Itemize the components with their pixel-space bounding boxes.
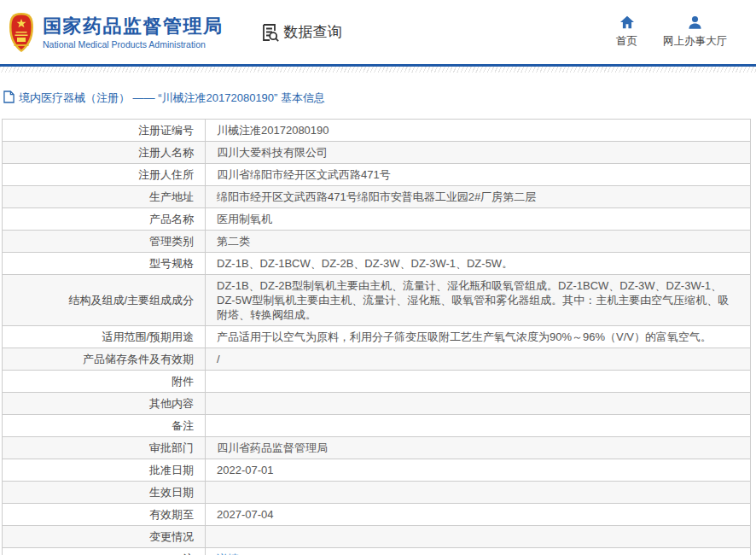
row-value: / (206, 348, 751, 371)
site-header: 国家药品监督管理局 National Medical Products Admi… (0, 0, 756, 64)
row-label-text: 附件 (172, 375, 194, 388)
row-label: 注册证编号 (3, 120, 206, 142)
row-label: 备注 (3, 415, 206, 437)
breadcrumb-text: 境内医疗器械（注册） —— “川械注准20172080190” 基本信息 (19, 91, 325, 106)
row-value: 医用制氧机 (206, 208, 751, 231)
row-label: 产品储存条件及有效期 (3, 348, 206, 371)
table-row: 生效日期 (3, 482, 751, 504)
document-icon (3, 91, 15, 106)
breadcrumb: 境内医疗器械（注册） —— “川械注准20172080190” 基本信息 (0, 73, 756, 119)
row-label-text: 注册人住所 (138, 168, 194, 181)
nav-home-label: 首页 (616, 34, 637, 49)
nav-online-hall[interactable]: 网上办事大厅 (663, 15, 727, 49)
table-row: 注册人住所四川省绵阳市经开区文武西路471号 (3, 164, 751, 186)
table-row: 批准日期2022-07-01 (3, 459, 751, 482)
row-label-text: 审批部门 (149, 441, 194, 454)
agency-name-cn: 国家药品监督管理局 (43, 15, 224, 38)
row-label: 结构及组成/主要组成成分 (3, 275, 206, 326)
data-query-label: 数据查询 (284, 22, 342, 42)
table-row: 附件 (3, 371, 751, 393)
row-label-text: 有效期至 (149, 508, 194, 521)
row-label-text: 适用范围/预期用途 (102, 330, 194, 343)
row-label-text: 型号规格 (149, 257, 194, 270)
table-row: 产品名称医用制氧机 (3, 208, 751, 231)
row-label: 批准日期 (3, 459, 206, 482)
row-value (206, 482, 751, 504)
row-value: 川械注准20172080190 (206, 120, 751, 142)
table-row: 产品储存条件及有效期/ (3, 348, 751, 371)
row-value: 绵阳市经开区文武西路471号绵阳市安普电器工业园2#厂房第二层 (206, 186, 751, 208)
row-value: 四川大爱科技有限公司 (206, 142, 751, 164)
row-label-text: 批准日期 (149, 464, 194, 476)
data-query-section: 数据查询 (259, 22, 342, 43)
table-row: 管理类别第二类 (3, 231, 751, 253)
header-nav: 首页 网上办事大厅 (616, 15, 739, 49)
home-icon (619, 15, 635, 32)
row-label-text: 其他内容 (149, 397, 194, 410)
data-query-icon (259, 22, 280, 43)
row-value (206, 393, 751, 415)
table-row: 有效期至2027-07-04 (3, 504, 751, 526)
row-label-text: 生产地址 (149, 190, 194, 203)
row-label-text: 产品名称 (149, 213, 194, 225)
row-label-text: 结构及组成/主要组成成分 (68, 294, 194, 307)
row-label: 适用范围/预期用途 (3, 326, 206, 348)
row-value (206, 415, 751, 437)
row-label-text: 产品储存条件及有效期 (83, 353, 194, 365)
table-row: 结构及组成/主要组成成分DZ-1B、DZ-2B型制氧机主要由主机、流量计、湿化瓶… (3, 275, 751, 326)
agency-branding: 国家药品监督管理局 National Medical Products Admi… (43, 15, 224, 50)
row-label-text: 变更情况 (149, 530, 194, 543)
row-label-text: 备注 (172, 419, 194, 432)
table-row: 生产地址绵阳市经开区文武西路471号绵阳市安普电器工业园2#厂房第二层 (3, 186, 751, 208)
row-label: 注册人住所 (3, 164, 206, 186)
table-row: 变更情况 (3, 526, 751, 548)
row-label: 变更情况 (3, 526, 206, 548)
row-label: 附件 (3, 371, 206, 393)
table-row: 适用范围/预期用途产品适用于以空气为原料，利用分子筛变压吸附工艺生产氧气浓度为9… (3, 326, 751, 348)
row-label: 生产地址 (3, 186, 206, 208)
row-value (206, 526, 751, 548)
row-label: 其他内容 (3, 393, 206, 415)
row-value: 产品适用于以空气为原料，利用分子筛变压吸附工艺生产氧气浓度为90%～96%（V/… (206, 326, 751, 348)
row-label-text: 注册证编号 (138, 124, 194, 137)
table-row: 注详情 (3, 548, 751, 555)
nav-online-hall-label: 网上办事大厅 (663, 34, 727, 49)
row-value: 2022-07-01 (206, 459, 751, 482)
nav-home[interactable]: 首页 (616, 15, 637, 49)
row-label: 产品名称 (3, 208, 206, 231)
row-value: 四川省药品监督管理局 (206, 437, 751, 459)
row-label: 审批部门 (3, 437, 206, 459)
row-value: DZ-1B、DZ-1BCW、DZ-2B、DZ-3W、DZ-3W-1、DZ-5W。 (206, 253, 751, 275)
row-label-text: 注册人名称 (138, 146, 194, 159)
row-label: 型号规格 (3, 253, 206, 275)
row-value: DZ-1B、DZ-2B型制氧机主要由主机、流量计、湿化瓶和吸氧管组成。DZ-1B… (206, 275, 751, 326)
user-icon (688, 15, 702, 32)
row-label: 管理类别 (3, 231, 206, 253)
row-value: 第二类 (206, 231, 751, 253)
table-row: 注册人名称四川大爱科技有限公司 (3, 142, 751, 164)
row-value (206, 371, 751, 393)
row-value: 2027-07-04 (206, 504, 751, 526)
row-value: 四川省绵阳市经开区文武西路471号 (206, 164, 751, 186)
row-label-text: 管理类别 (149, 235, 194, 248)
table-row: 型号规格DZ-1B、DZ-1BCW、DZ-2B、DZ-3W、DZ-3W-1、DZ… (3, 253, 751, 275)
row-value: 详情 (206, 548, 751, 555)
agency-name-en: National Medical Products Administration (43, 39, 224, 50)
row-label: 注 (3, 548, 206, 555)
table-row: 其他内容 (3, 393, 751, 415)
national-emblem-logo (9, 12, 34, 53)
row-label: 有效期至 (3, 504, 206, 526)
registration-info-table: 注册证编号川械注准20172080190注册人名称四川大爱科技有限公司注册人住所… (2, 119, 751, 555)
table-row: 注册证编号川械注准20172080190 (3, 120, 751, 142)
row-label: 注册人名称 (3, 142, 206, 164)
row-label-text: 生效日期 (149, 486, 194, 499)
row-label: 生效日期 (3, 482, 206, 504)
hatch-band (0, 67, 756, 73)
table-row: 审批部门四川省药品监督管理局 (3, 437, 751, 459)
table-row: 备注 (3, 415, 751, 437)
